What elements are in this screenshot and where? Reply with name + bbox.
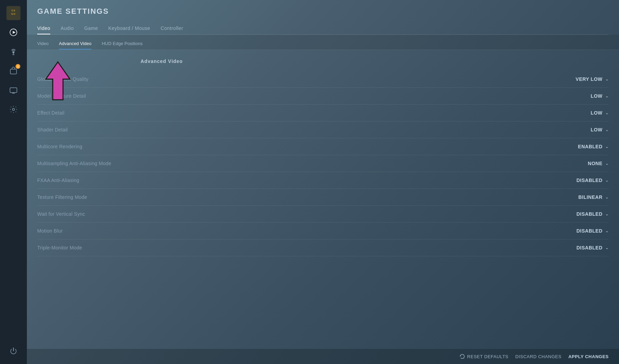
setting-dropdown-multicore[interactable]: ENABLED ⌄ [554, 144, 609, 149]
tab-video[interactable]: Video [37, 23, 50, 34]
reset-defaults-button[interactable]: RESET DEFAULTS [460, 354, 508, 359]
svg-point-12 [12, 108, 14, 110]
setting-value-shader-detail: LOW [591, 127, 602, 132]
arrow-annotation [44, 60, 72, 101]
setting-label-shader-detail: Shader Detail [37, 127, 68, 132]
setting-row-multisampling: Multisampling Anti-Aliasing Mode NONE ⌄ [37, 155, 609, 172]
header: GAME SETTINGS Video Audio Game Keyboard … [27, 0, 619, 35]
svg-rect-9 [10, 88, 17, 93]
subtab-advanced-video[interactable]: Advanced Video [59, 38, 91, 50]
setting-value-global-shadow: VERY LOW [576, 76, 602, 82]
setting-value-texture-filtering: BILINEAR [578, 194, 602, 200]
footer: RESET DEFAULTS DISCARD CHANGES APPLY CHA… [27, 349, 619, 364]
setting-label-multicore: Multicore Rendering [37, 144, 82, 149]
setting-label-triple-monitor: Triple-Monitor Mode [37, 245, 82, 250]
setting-dropdown-fxaa[interactable]: DISABLED ⌄ [554, 178, 609, 183]
settings-list: Global Shadow Quality VERY LOW ⌄ Model /… [37, 71, 609, 256]
setting-row-multicore: Multicore Rendering ENABLED ⌄ [37, 138, 609, 155]
tab-game[interactable]: Game [84, 23, 98, 34]
setting-label-vsync: Wait for Vertical Sync [37, 211, 85, 217]
play-icon[interactable] [6, 25, 21, 40]
tab-controller[interactable]: Controller [161, 23, 183, 34]
setting-value-fxaa: DISABLED [576, 178, 602, 183]
setting-value-model-texture: LOW [591, 93, 602, 99]
tab-keyboard-mouse[interactable]: Keyboard / Mouse [109, 23, 151, 34]
setting-label-effect-detail: Effect Detail [37, 110, 64, 116]
apply-changes-button[interactable]: APPLY CHANGES [568, 354, 609, 359]
chevron-down-icon: ⌄ [605, 195, 609, 200]
setting-row-global-shadow: Global Shadow Quality VERY LOW ⌄ [37, 71, 609, 88]
settings-gear-icon[interactable] [6, 102, 21, 117]
setting-dropdown-motion-blur[interactable]: DISABLED ⌄ [554, 228, 609, 234]
watch-icon[interactable] [6, 83, 21, 98]
svg-marker-13 [46, 62, 70, 100]
setting-row-texture-filtering: Texture Filtering Mode BILINEAR ⌄ [37, 189, 609, 206]
setting-row-effect-detail: Effect Detail LOW ⌄ [37, 105, 609, 121]
setting-value-triple-monitor: DISABLED [576, 245, 602, 250]
svg-text:CS: CS [11, 9, 16, 12]
inventory-badge: 1 [16, 64, 20, 69]
setting-row-vsync: Wait for Vertical Sync DISABLED ⌄ [37, 206, 609, 223]
setting-dropdown-vsync[interactable]: DISABLED ⌄ [554, 211, 609, 217]
content-area: Advanced Video Global Shadow Quality VER… [27, 50, 619, 349]
setting-row-fxaa: FXAA Anti-Aliasing DISABLED ⌄ [37, 172, 609, 189]
svg-text:GO: GO [11, 13, 16, 15]
svg-rect-8 [10, 69, 17, 74]
setting-dropdown-texture-filtering[interactable]: BILINEAR ⌄ [554, 194, 609, 200]
setting-label-motion-blur: Motion Blur [37, 228, 63, 234]
setting-value-vsync: DISABLED [576, 211, 602, 217]
chevron-down-icon: ⌄ [605, 212, 609, 216]
power-icon[interactable] [6, 343, 21, 358]
setting-label-texture-filtering: Texture Filtering Mode [37, 194, 87, 200]
chevron-down-icon: ⌄ [605, 77, 609, 82]
setting-label-fxaa: FXAA Anti-Aliasing [37, 178, 79, 183]
setting-value-motion-blur: DISABLED [576, 228, 602, 234]
chevron-down-icon: ⌄ [605, 144, 609, 149]
svg-marker-4 [13, 31, 16, 34]
setting-value-multisampling: NONE [588, 161, 602, 166]
subtab-hud-edge[interactable]: HUD Edge Positions [102, 38, 143, 50]
setting-row-model-texture: Model / Texture Detail LOW ⌄ [37, 88, 609, 105]
chevron-down-icon: ⌄ [605, 127, 609, 132]
chevron-down-icon: ⌄ [605, 228, 609, 233]
reset-icon [460, 354, 465, 359]
main-content: GAME SETTINGS Video Audio Game Keyboard … [27, 0, 619, 364]
subtab-video[interactable]: Video [37, 38, 49, 50]
tab-audio[interactable]: Audio [61, 23, 74, 34]
discard-changes-button[interactable]: DISCARD CHANGES [515, 354, 561, 359]
setting-dropdown-global-shadow[interactable]: VERY LOW ⌄ [554, 76, 609, 82]
broadcast-icon[interactable] [6, 44, 21, 59]
chevron-down-icon: ⌄ [605, 245, 609, 250]
chevron-down-icon: ⌄ [605, 161, 609, 166]
setting-row-triple-monitor: Triple-Monitor Mode DISABLED ⌄ [37, 239, 609, 256]
sidebar: CS GO 1 [0, 0, 27, 364]
setting-dropdown-multisampling[interactable]: NONE ⌄ [554, 161, 609, 166]
setting-dropdown-model-texture[interactable]: LOW ⌄ [554, 93, 609, 99]
setting-dropdown-shader-detail[interactable]: LOW ⌄ [554, 127, 609, 132]
inventory-icon[interactable]: 1 [6, 63, 21, 78]
svg-point-5 [12, 51, 14, 53]
page-title: GAME SETTINGS [37, 7, 609, 16]
setting-row-shader-detail: Shader Detail LOW ⌄ [37, 121, 609, 138]
setting-dropdown-triple-monitor[interactable]: DISABLED ⌄ [554, 245, 609, 250]
chevron-down-icon: ⌄ [605, 110, 609, 115]
setting-value-multicore: ENABLED [578, 144, 602, 149]
secondary-tabs: Video Advanced Video HUD Edge Positions [27, 35, 619, 50]
csgo-logo: CS GO [6, 6, 21, 21]
primary-tabs: Video Audio Game Keyboard / Mouse Contro… [37, 23, 609, 35]
setting-value-effect-detail: LOW [591, 110, 602, 116]
setting-row-motion-blur: Motion Blur DISABLED ⌄ [37, 223, 609, 239]
setting-label-multisampling: Multisampling Anti-Aliasing Mode [37, 161, 111, 166]
chevron-down-icon: ⌄ [605, 94, 609, 98]
section-title: Advanced Video [141, 58, 609, 64]
chevron-down-icon: ⌄ [605, 178, 609, 183]
setting-dropdown-effect-detail[interactable]: LOW ⌄ [554, 110, 609, 116]
